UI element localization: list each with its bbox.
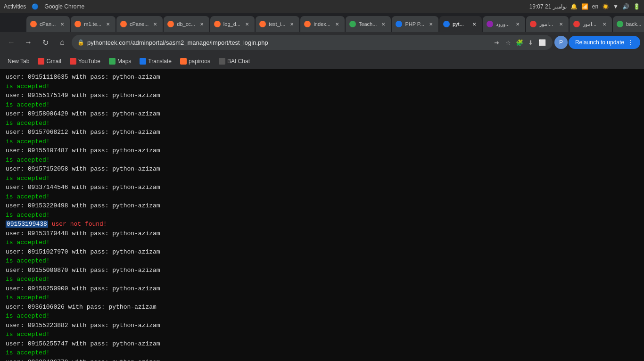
tab-tab6[interactable]: test_i...✕ <box>256 16 299 32</box>
tab-favicon <box>167 21 174 27</box>
bookmark-item[interactable]: BAI Chat <box>215 55 254 67</box>
forward-button[interactable]: → <box>21 35 36 50</box>
tab-favicon <box>487 21 493 27</box>
tab-tab1[interactable]: cPan...✕ <box>26 16 70 32</box>
tab-close-button[interactable]: ✕ <box>288 20 296 28</box>
bookmark-item[interactable]: YouTube <box>66 55 104 67</box>
log-line-user: user: 09155175149 with pass: python-aziz… <box>6 91 638 100</box>
bookmark-label: BAI Chat <box>227 58 250 65</box>
tab-tab3[interactable]: cPane...✕ <box>116 16 163 32</box>
tabs-bar: cPan...✕m1.te...✕cPane...✕db_cc...✕log_d… <box>0 13 644 32</box>
tab-tab2[interactable]: m1.te...✕ <box>71 16 116 32</box>
datetime-label: 19:07 21 نوامبر <box>529 3 567 10</box>
tab-favicon <box>214 21 221 27</box>
bookmark-item[interactable]: Translate <box>136 55 175 67</box>
tab-tab12[interactable]: امور...✕ <box>526 16 569 32</box>
home-button[interactable]: ⌂ <box>55 35 70 50</box>
back-button[interactable]: ← <box>4 35 19 50</box>
bookmark-item[interactable]: Gmail <box>34 55 65 67</box>
share-icon[interactable]: ➜ <box>492 38 502 47</box>
tab-close-button[interactable]: ✕ <box>471 20 478 28</box>
tab-close-button[interactable]: ✕ <box>333 20 341 28</box>
bell-icon[interactable]: 🔔 <box>570 3 578 10</box>
log-line-user: user: 09151118635 with pass: python-aziz… <box>6 73 638 82</box>
bookmark-label: Gmail <box>46 58 61 65</box>
tab-close-button[interactable]: ✕ <box>601 20 608 28</box>
tab-close-button[interactable]: ✕ <box>198 20 206 28</box>
tab-favicon <box>349 21 356 27</box>
volume-icon[interactable]: 🔊 <box>622 3 629 10</box>
tab-title: back... <box>626 21 641 27</box>
tab-title: ورود... <box>496 21 511 27</box>
bookmark-favicon <box>180 58 187 65</box>
tab-tab13[interactable]: امور...✕ <box>570 16 612 32</box>
tab-favicon <box>120 21 127 27</box>
tab-close-button[interactable]: ✕ <box>427 20 435 28</box>
bookmark-favicon <box>140 58 146 65</box>
download-icon[interactable]: ⬇ <box>526 38 536 47</box>
content-area[interactable]: user: 09151118635 with pass: python-aziz… <box>0 69 644 361</box>
lang-label[interactable]: en <box>592 3 598 10</box>
tab-title: امور... <box>539 21 554 27</box>
tab-close-button[interactable]: ✕ <box>380 20 387 28</box>
url-display[interactable]: pythonteek.com/adminportal/sasm2_manage/… <box>87 39 489 46</box>
tab-tab7[interactable]: index...✕ <box>300 16 344 32</box>
system-bar-right: 19:07 21 نوامبر 🔔 📶 en ☀️ ▼ 🔊 🔋 <box>529 3 640 10</box>
log-line-user: user: 09153229498 with pass: python-aziz… <box>6 201 638 211</box>
tab-title: m1.te... <box>84 21 101 27</box>
tab-tab10[interactable]: pyt...✕ <box>439 16 482 32</box>
log-line-error: 09153199438 user not found! <box>6 220 638 229</box>
log-line-accepted: is accepted! <box>6 192 638 202</box>
bookmark-favicon <box>38 58 44 65</box>
tab-close-button[interactable]: ✕ <box>58 20 66 28</box>
battery-icon: 🔋 <box>633 3 640 10</box>
log-line-user: user: 09157152058 with pass: python-aziz… <box>6 164 638 174</box>
relaunch-menu-icon[interactable]: ⋮ <box>627 39 634 46</box>
log-line-accepted: is accepted! <box>6 256 638 266</box>
tab-tab5[interactable]: log_d...✕ <box>210 16 255 32</box>
bookmark-favicon <box>219 58 225 65</box>
bookmark-item[interactable]: papiroos <box>176 55 214 67</box>
tab-tab11[interactable]: ورود...✕ <box>483 16 525 32</box>
log-line-user: user: 09157068212 with pass: python-aziz… <box>6 128 638 137</box>
lock-icon: 🔒 <box>77 39 84 46</box>
profile-button[interactable]: P <box>554 36 568 49</box>
reload-button[interactable]: ↻ <box>38 35 53 50</box>
system-bar: Activities 🔵 Google Chrome 19:07 21 نوام… <box>0 0 644 13</box>
log-line-accepted: is accepted! <box>6 156 638 165</box>
activities-label[interactable]: Activities <box>4 3 26 10</box>
bookmark-label: papiroos <box>189 58 210 65</box>
tab-close-button[interactable]: ✕ <box>104 20 112 28</box>
relaunch-button[interactable]: Relaunch to update ⋮ <box>569 36 640 49</box>
tab-close-button[interactable]: ✕ <box>151 20 159 28</box>
log-line-accepted: is accepted! <box>6 211 638 220</box>
tab-title: cPan... <box>40 21 56 27</box>
log-line-user: user: 09337144546 with pass: python-aziz… <box>6 183 638 192</box>
tab-tab9[interactable]: PHP P...✕ <box>392 16 438 32</box>
bookmark-star-icon[interactable]: ☆ <box>504 38 513 47</box>
log-line-user: user: 09155223882 with pass: python-aziz… <box>6 321 638 330</box>
tab-close-button[interactable]: ✕ <box>243 20 251 28</box>
omnibox[interactable]: 🔒 pythonteek.com/adminportal/sasm2_manag… <box>72 35 553 50</box>
bookmark-item[interactable]: New Tab <box>4 55 33 67</box>
brightness-icon[interactable]: ☀️ <box>602 3 609 10</box>
zoom-icon[interactable]: ⬜ <box>537 38 547 47</box>
log-line-accepted: is accepted! <box>6 174 638 183</box>
tab-favicon <box>617 21 623 27</box>
log-line-accepted: is accepted! <box>6 137 638 147</box>
bookmark-label: Translate <box>148 58 172 65</box>
bookmark-item[interactable]: Maps <box>105 55 135 67</box>
tab-tab4[interactable]: db_cc...✕ <box>164 16 209 32</box>
tab-title: PHP P... <box>405 21 424 27</box>
log-line-user: user: 09155107487 with pass: python-aziz… <box>6 146 638 156</box>
tab-tab8[interactable]: Teach...✕ <box>346 16 391 32</box>
tab-tab14[interactable]: back...✕ <box>613 16 644 32</box>
log-line-accepted: is accepted! <box>6 348 638 358</box>
tab-close-button[interactable]: ✕ <box>557 20 565 28</box>
log-line-accepted: is accepted! <box>6 238 638 247</box>
tab-title: log_d... <box>223 21 240 27</box>
tab-close-button[interactable]: ✕ <box>514 20 521 28</box>
relaunch-label: Relaunch to update <box>575 39 624 46</box>
extensions-icon[interactable]: 🧩 <box>515 38 524 47</box>
log-line-accepted: is accepted! <box>6 82 638 91</box>
